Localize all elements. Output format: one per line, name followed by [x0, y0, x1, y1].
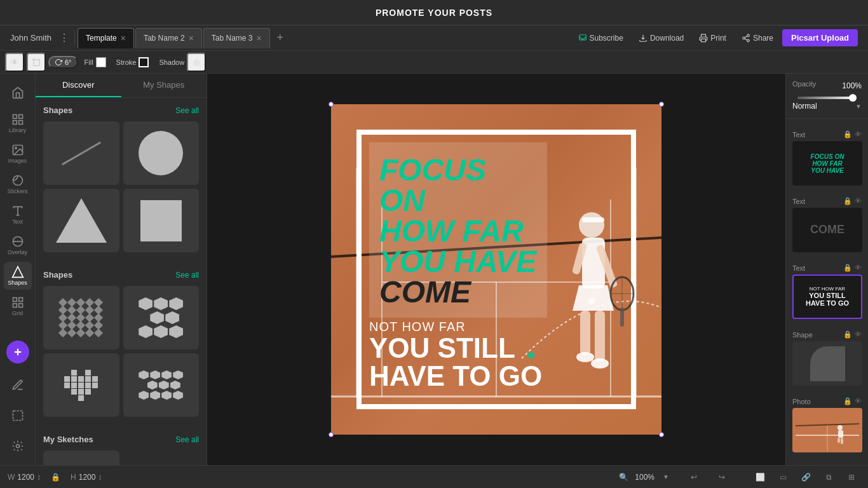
layer3-eye-icon[interactable]: 👁 — [855, 264, 862, 272]
rotate-badge[interactable]: 6° — [48, 56, 78, 69]
sidebar-item-overlay[interactable]: Overlay — [4, 231, 32, 259]
grid-icon — [11, 296, 24, 309]
shape-diamond-item[interactable] — [43, 286, 119, 349]
sidebar-item-shapes[interactable]: Shapes — [4, 262, 32, 290]
layer5-eye-icon[interactable]: 👁 — [855, 397, 862, 405]
picsart-upload-button[interactable]: Picsart Upload — [782, 29, 858, 46]
shape-pixelheart-item[interactable] — [43, 353, 119, 417]
layer1-eye-icon[interactable]: 👁 — [855, 130, 862, 139]
layer5-preview[interactable] — [792, 408, 862, 452]
handle-tr[interactable] — [659, 102, 664, 107]
copy-icon[interactable]: ⧉ — [820, 468, 837, 486]
layer4-lock-icon[interactable]: 🔒 — [843, 330, 852, 339]
shape-triangle-item[interactable] — [43, 189, 119, 252]
layer2: Text 🔒 👁 COME — [792, 197, 862, 252]
zoom-in-icon[interactable]: 🔍 — [614, 468, 632, 486]
shape-line-item[interactable] — [43, 121, 119, 185]
effects-icon — [11, 440, 24, 452]
handle-tl[interactable] — [329, 102, 334, 107]
handle-bl[interactable] — [329, 432, 334, 437]
undo-button[interactable]: ↩ — [685, 468, 703, 486]
add-tab-button[interactable]: + — [271, 29, 289, 47]
stroke-swatch[interactable] — [139, 57, 149, 67]
subscribe-button[interactable]: Subscribe — [572, 31, 630, 45]
tab-name-3-close[interactable]: × — [257, 34, 262, 43]
shapes-section-2: Shapes See all — [36, 262, 207, 417]
tab-name-2[interactable]: Tab Name 2 × — [135, 28, 202, 48]
canvas-area[interactable]: FOCUS ON HOW FAR YOU HAVE COME NOT HOW F… — [207, 74, 785, 465]
crop-icon-btn[interactable] — [27, 53, 46, 72]
tab-name-3[interactable]: Tab Name 3 × — [203, 28, 270, 48]
link-icon[interactable]: 🔗 — [797, 468, 815, 486]
lock-icon[interactable]: 🔒 — [51, 473, 60, 482]
hex-large-pattern — [139, 297, 183, 338]
tab-template-close[interactable]: × — [121, 34, 126, 43]
tab-my-shapes[interactable]: My Shapes — [121, 74, 207, 97]
w-value[interactable]: 1200 — [17, 473, 34, 482]
redo-button[interactable]: ↪ — [713, 468, 731, 486]
frame-icon[interactable]: ▭ — [774, 468, 792, 486]
crop-tool[interactable] — [4, 402, 32, 430]
zoom-value[interactable]: 100% — [635, 473, 654, 482]
bottom-text-box[interactable]: NOT HOW FAR YOU STILL HAVE TO GO — [369, 320, 542, 390]
sidebar-item-library[interactable]: Library — [4, 109, 32, 137]
layer4-preview[interactable] — [792, 341, 862, 386]
sidebar-overlay-label: Overlay — [8, 249, 27, 255]
shapes-panel: Discover My Shapes Shapes See all — [36, 74, 207, 465]
sidebar-item-stickers[interactable]: Stickers — [4, 170, 32, 198]
sidebar-item-grid[interactable]: Grid — [4, 292, 32, 320]
layer4-eye-icon[interactable]: 👁 — [855, 330, 862, 339]
layer5-lock-icon[interactable]: 🔒 — [843, 397, 852, 405]
shape-hexlarge-item[interactable] — [123, 286, 200, 349]
share-button[interactable]: Share — [735, 31, 780, 45]
layer1: Text 🔒 👁 FOCUS ON HOW FAR YOU HAVE — [792, 130, 862, 186]
shadow-btn[interactable]: ◎ — [187, 53, 206, 72]
layer3-preview[interactable]: NOT HOW FAR YOU STILL HAVE TO GO — [792, 274, 862, 319]
rotate-icon — [55, 58, 62, 66]
section1-see-all[interactable]: See all — [175, 106, 199, 115]
sidebar-item-images[interactable]: Images — [4, 140, 32, 168]
layer3-lock-icon[interactable]: 🔒 — [843, 264, 852, 272]
layer2-lock-icon[interactable]: 🔒 — [843, 197, 852, 205]
section2-see-all[interactable]: See all — [175, 271, 199, 280]
layer3-type: Text — [792, 264, 805, 272]
my-sketches-see-all[interactable]: See all — [175, 435, 199, 444]
h-value[interactable]: 1200 — [79, 473, 96, 482]
sidebar-item-text[interactable]: Text — [4, 201, 32, 229]
shape-circle-item[interactable] — [123, 121, 200, 185]
brush-tool[interactable] — [4, 371, 32, 399]
layer2-eye-icon[interactable]: 👁 — [855, 197, 862, 205]
opacity-slider[interactable] — [797, 97, 857, 99]
tab-template[interactable]: Template × — [78, 28, 134, 48]
fill-swatch[interactable] — [96, 57, 106, 67]
zoom-dropdown-icon[interactable]: ▼ — [657, 468, 675, 486]
opacity-value: 100% — [842, 81, 862, 90]
shape-square-item[interactable] — [123, 189, 200, 252]
handle-br[interactable] — [659, 432, 664, 437]
print-button[interactable]: Print — [693, 31, 733, 45]
shape-hexsmall-item[interactable] — [123, 353, 200, 417]
brush-icon — [11, 379, 24, 391]
sketch-item-1[interactable] — [43, 451, 119, 465]
download-button[interactable]: Download — [632, 31, 690, 45]
diamond-pattern — [60, 299, 103, 336]
tab-discover[interactable]: Discover — [36, 74, 121, 97]
sidebar-item-home[interactable] — [4, 79, 32, 107]
grid-view-icon[interactable]: ⊞ — [843, 468, 860, 486]
layer3-preview-text: NOT HOW FAR YOU STILL HAVE TO GO — [803, 284, 851, 310]
effects-tool[interactable] — [4, 432, 32, 460]
layer5-type: Photo — [792, 398, 811, 405]
icon-bar: 👁 6° Fill Stroke Shadow ◎ — [0, 51, 868, 74]
add-element-button[interactable] — [6, 341, 29, 363]
canvas-size-icon[interactable]: ⬜ — [751, 468, 769, 486]
visibility-icon-btn[interactable]: 👁 — [5, 53, 24, 72]
focus-text-box[interactable]: FOCUS ON HOW FAR YOU HAVE COME — [369, 142, 547, 318]
layer5: Photo 🔒 👁 — [792, 397, 862, 452]
stroke-label: Stroke — [116, 58, 137, 66]
layer2-preview[interactable]: COME — [792, 208, 862, 252]
tab-name-2-close[interactable]: × — [189, 34, 194, 43]
svg-rect-55 — [838, 430, 843, 438]
layer1-lock-icon[interactable]: 🔒 — [843, 130, 852, 139]
layer1-preview[interactable]: FOCUS ON HOW FAR YOU HAVE — [792, 141, 862, 186]
user-menu-icon[interactable]: ⋮ — [57, 32, 72, 44]
